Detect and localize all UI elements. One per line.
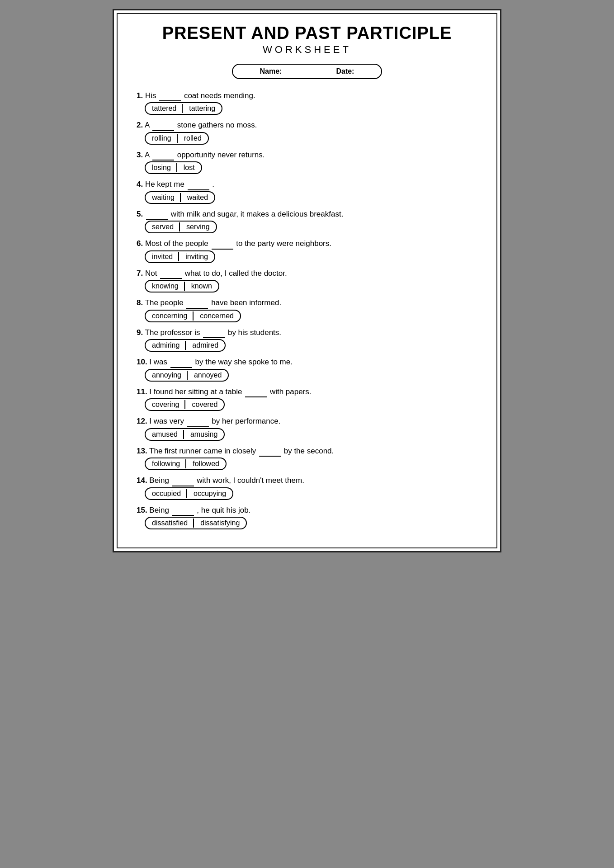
blank [187, 415, 209, 427]
option-b[interactable]: covered [185, 399, 224, 410]
options-joined: annoyingannoyed [145, 369, 229, 382]
name-date-pill: Name: Date: [232, 64, 383, 79]
questions-section: 1. His coat needs mending.tatteredtatter… [137, 89, 477, 530]
question-block: 1. His coat needs mending.tatteredtatter… [137, 89, 477, 115]
question-text: 7. Not what to do, I called the doctor. [137, 267, 477, 279]
options-row: servedserving [145, 221, 477, 233]
question-block: 15. Being , he quit his job.dissatisfied… [137, 504, 477, 530]
options-row: occupiedoccupying [145, 487, 477, 500]
options-row: losinglost [145, 161, 477, 174]
option-a[interactable]: tattered [146, 103, 183, 114]
option-a[interactable]: invited [146, 251, 179, 262]
option-b[interactable]: waited [181, 192, 214, 203]
option-a[interactable]: admiring [146, 340, 186, 351]
question-text: 2. A stone gathers no moss. [137, 118, 477, 131]
blank [152, 118, 174, 131]
options-joined: waitingwaited [145, 191, 215, 204]
option-b[interactable]: occupying [187, 488, 232, 499]
option-a[interactable]: following [146, 458, 186, 469]
option-b[interactable]: dissatisfying [194, 518, 246, 528]
sub-title: WORKSHEET [137, 44, 477, 56]
option-b[interactable]: lost [177, 162, 201, 173]
options-joined: amusedamusing [145, 428, 225, 441]
question-block: 9. The professor is by his students.admi… [137, 326, 477, 352]
blank [203, 326, 225, 339]
question-block: 12. I was very by her performance.amused… [137, 415, 477, 441]
options-joined: occupiedoccupying [145, 487, 233, 500]
option-b[interactable]: known [185, 281, 218, 292]
title-block: PRESENT AND PAST PARTICIPLE WORKSHEET [137, 24, 477, 56]
option-a[interactable]: occupied [146, 488, 187, 499]
option-b[interactable]: serving [180, 222, 216, 232]
question-block: 5. with milk and sugar, it makes a delic… [137, 208, 477, 234]
date-label: Date: [336, 67, 354, 75]
blank [152, 148, 174, 161]
options-row: coveringcovered [145, 398, 477, 411]
question-block: 6. Most of the people to the party were … [137, 237, 477, 263]
question-text: 1. His coat needs mending. [137, 89, 477, 102]
options-joined: concerningconcerned [145, 310, 241, 322]
options-joined: dissatisfieddissatisfying [145, 517, 247, 529]
blank [259, 444, 281, 457]
option-a[interactable]: dissatisfied [146, 518, 194, 528]
question-block: 2. A stone gathers no moss.rollingrolled [137, 118, 477, 145]
blank [245, 385, 267, 398]
options-row: tatteredtattering [145, 102, 477, 115]
options-row: rollingrolled [145, 132, 477, 145]
options-joined: admiringadmired [145, 339, 226, 352]
option-a[interactable]: rolling [146, 133, 178, 144]
question-text: 13. The first runner came in closely by … [137, 444, 477, 457]
blank [186, 296, 208, 309]
blank [172, 474, 194, 486]
question-text: 5. with milk and sugar, it makes a delic… [137, 208, 477, 220]
question-text: 6. Most of the people to the party were … [137, 237, 477, 250]
option-b[interactable]: amusing [184, 429, 224, 440]
option-b[interactable]: rolled [178, 133, 208, 144]
option-a[interactable]: losing [146, 162, 177, 173]
options-row: dissatisfieddissatisfying [145, 517, 477, 529]
options-row: knowingknown [145, 280, 477, 292]
options-row: admiringadmired [145, 339, 477, 352]
options-joined: tatteredtattering [145, 102, 222, 115]
options-row: annoyingannoyed [145, 369, 477, 382]
option-b[interactable]: inviting [179, 251, 214, 262]
blank [172, 504, 194, 516]
question-block: 7. Not what to do, I called the doctor.k… [137, 267, 477, 293]
options-row: invitedinviting [145, 250, 477, 263]
question-text: 14. Being with work, I couldn't meet the… [137, 474, 477, 486]
worksheet-page: PRESENT AND PAST PARTICIPLE WORKSHEET Na… [113, 9, 501, 552]
question-text: 9. The professor is by his students. [137, 326, 477, 339]
options-joined: rollingrolled [145, 132, 209, 145]
blank [212, 237, 233, 250]
option-a[interactable]: waiting [146, 192, 181, 203]
option-a[interactable]: annoying [146, 370, 188, 381]
options-row: waitingwaited [145, 191, 477, 204]
options-row: amusedamusing [145, 428, 477, 441]
question-block: 13. The first runner came in closely by … [137, 444, 477, 471]
main-title: PRESENT AND PAST PARTICIPLE [137, 24, 477, 43]
option-b[interactable]: concerned [194, 311, 240, 321]
question-block: 8. The people have been informed.concern… [137, 296, 477, 322]
options-joined: losinglost [145, 161, 202, 174]
question-block: 3. A opportunity never returns.losinglos… [137, 148, 477, 175]
option-a[interactable]: covering [146, 399, 185, 410]
options-row: followingfollowed [145, 458, 477, 470]
question-text: 3. A opportunity never returns. [137, 148, 477, 161]
option-b[interactable]: followed [186, 458, 226, 469]
option-b[interactable]: annoyed [188, 370, 228, 381]
question-text: 11. I found her sitting at a table with … [137, 385, 477, 398]
option-a[interactable]: served [146, 222, 180, 232]
option-a[interactable]: amused [146, 429, 184, 440]
option-b[interactable]: tattering [183, 103, 222, 114]
options-joined: servedserving [145, 221, 217, 233]
question-block: 14. Being with work, I couldn't meet the… [137, 474, 477, 500]
options-row: concerningconcerned [145, 310, 477, 322]
options-joined: coveringcovered [145, 398, 225, 411]
option-a[interactable]: concerning [146, 311, 194, 321]
option-a[interactable]: knowing [146, 281, 185, 292]
option-b[interactable]: admired [186, 340, 225, 351]
blank [188, 178, 209, 190]
options-joined: knowingknown [145, 280, 219, 292]
question-block: 10. I was by the way she spoke to me.ann… [137, 355, 477, 382]
blank [160, 267, 182, 279]
